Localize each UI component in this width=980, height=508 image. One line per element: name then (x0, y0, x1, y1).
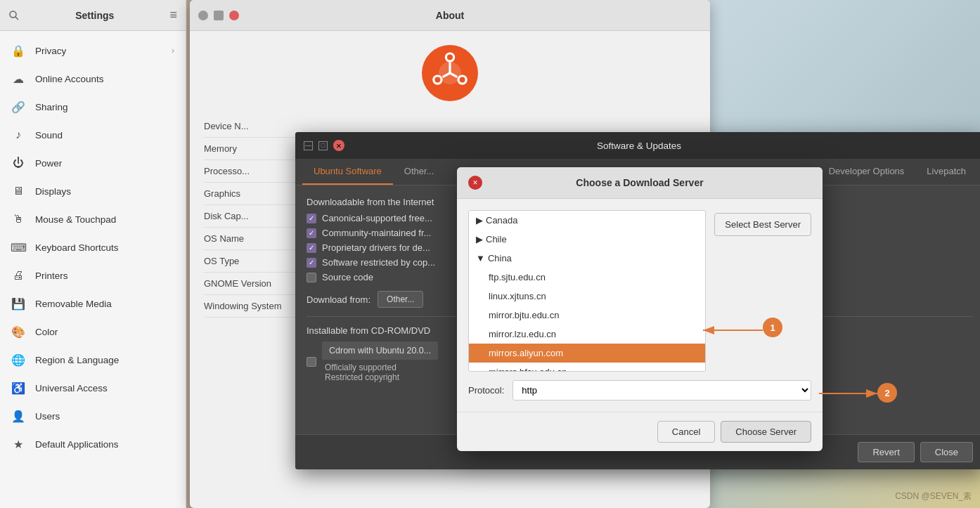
users-icon: 👤 (11, 409, 25, 423)
sw-close-button[interactable]: × (333, 140, 344, 151)
sidebar-item-power[interactable]: ⏻ Power (0, 149, 186, 177)
country-china[interactable]: ▼ China (469, 249, 705, 268)
close-button[interactable] (229, 11, 239, 20)
sharing-label: Sharing (35, 102, 174, 112)
online-accounts-label: Online Accounts (35, 74, 174, 84)
printers-label: Printers (35, 271, 174, 281)
sidebar-item-mouse-touchpad[interactable]: 🖱 Mouse & Touchpad (0, 205, 186, 233)
server-list[interactable]: ▶ Canada ▶ Chile ▼ China ftp.sjtu.edu.cn… (468, 210, 706, 372)
default-applications-label: Default Applications (35, 439, 174, 450)
sidebar-item-sound[interactable]: ♪ Sound (0, 121, 186, 149)
select-best-button[interactable]: Select Best Server (714, 213, 811, 236)
server-linux-xjtuns[interactable]: linux.xjtuns.cn (469, 287, 705, 306)
mouse-touchpad-icon: 🖱 (11, 212, 25, 226)
sw-titlebar: — □ × Software & Updates (295, 132, 980, 159)
cdrom-info: Cdrom with Ubuntu 20.0... Officially sup… (322, 341, 438, 382)
server-ftp-sjtu[interactable]: ftp.sjtu.edu.cn (469, 268, 705, 287)
keyboard-shortcuts-icon: ⌨ (11, 240, 25, 254)
select-best-container: Select Best Server (714, 210, 811, 372)
download-from-button[interactable]: Other... (378, 291, 423, 308)
sidebar-item-sharing[interactable]: 🔗 Sharing (0, 93, 186, 121)
sound-label: Sound (35, 130, 174, 141)
canonical-checkbox[interactable]: ✓ (307, 214, 316, 223)
removable-media-icon: 💾 (11, 297, 25, 311)
sw-minimize-button[interactable]: — (304, 141, 313, 150)
sidebar-item-online-accounts[interactable]: ☁ Online Accounts (0, 65, 186, 93)
software-restricted-label: Software restricted by cop... (322, 257, 435, 268)
default-applications-icon: ★ (11, 437, 25, 451)
ubuntu-logo-icon (422, 45, 478, 101)
cdrom-sub1: Officially supported (322, 363, 438, 372)
source-code-checkbox[interactable] (307, 273, 316, 282)
users-label: Users (35, 411, 174, 422)
protocol-select[interactable]: http https ftp (512, 380, 811, 400)
canada-arrow-icon: ▶ (476, 215, 483, 226)
svg-point-10 (447, 55, 453, 60)
cdrom-sub2: Restricted copyright (322, 372, 438, 382)
country-canada[interactable]: ▶ Canada (469, 211, 705, 230)
about-title: About (239, 10, 661, 21)
settings-title: Settings (28, 10, 161, 21)
software-restricted-checkbox[interactable]: ✓ (307, 258, 316, 268)
sidebar-item-color[interactable]: 🎨 Color (0, 318, 186, 346)
minimize-button[interactable] (198, 11, 208, 20)
svg-point-12 (434, 77, 440, 83)
svg-point-11 (460, 77, 465, 83)
server-mirror-bjtu[interactable]: mirror.bjtu.edu.cn (469, 306, 705, 325)
annotation-2: 2 (877, 383, 897, 403)
tab-ubuntu-software[interactable]: Ubuntu Software (302, 159, 393, 185)
power-icon: ⏻ (11, 156, 25, 170)
privacy-arrow-icon: › (172, 46, 174, 56)
sidebar-item-printers[interactable]: 🖨 Printers (0, 261, 186, 289)
ubuntu-logo-container (190, 31, 710, 108)
keyboard-shortcuts-label: Keyboard Shortcuts (35, 242, 174, 253)
server-list-container: ▶ Canada ▶ Chile ▼ China ftp.sjtu.edu.cn… (468, 210, 811, 372)
server-mirrors-bfsu[interactable]: mirrors.bfsu.edu.cn (469, 363, 705, 372)
sound-icon: ♪ (11, 128, 25, 142)
sidebar-item-removable-media[interactable]: 💾 Removable Media (0, 289, 186, 318)
sidebar-item-region-language[interactable]: 🌐 Region & Language (0, 346, 186, 374)
sharing-icon: 🔗 (11, 100, 25, 114)
universal-access-icon: ♿ (11, 381, 25, 395)
community-checkbox[interactable]: ✓ (307, 228, 316, 238)
china-label: China (488, 253, 512, 263)
tab-other[interactable]: Other... (393, 159, 446, 185)
server-modal-footer: Cancel Choose Server (457, 412, 823, 451)
sidebar-item-keyboard-shortcuts[interactable]: ⌨ Keyboard Shortcuts (0, 233, 186, 261)
protocol-label: Protocol: (468, 385, 504, 396)
tab-livepatch[interactable]: Livepatch (915, 159, 977, 185)
cancel-button[interactable]: Cancel (657, 421, 715, 443)
china-arrow-icon: ▼ (476, 253, 485, 263)
choose-server-button[interactable]: Choose Server (721, 421, 811, 443)
sidebar-item-users[interactable]: 👤 Users (0, 402, 186, 430)
sidebar-item-privacy[interactable]: 🔒 Privacy › (0, 37, 186, 65)
search-icon[interactable] (8, 10, 20, 21)
cdrom-checkbox[interactable] (307, 357, 316, 367)
settings-titlebar: Settings ≡ (0, 0, 186, 31)
sw-close-footer-button[interactable]: Close (920, 442, 973, 462)
chile-arrow-icon: ▶ (476, 234, 483, 245)
region-language-label: Region & Language (35, 355, 174, 365)
color-label: Color (35, 327, 174, 337)
proprietary-checkbox[interactable]: ✓ (307, 243, 316, 253)
cdrom-label: Cdrom with Ubuntu 20.0... (322, 341, 438, 360)
chile-label: Chile (486, 234, 507, 245)
server-modal-close-button[interactable]: × (468, 176, 482, 190)
mouse-touchpad-label: Mouse & Touchpad (35, 214, 174, 225)
menu-icon[interactable]: ≡ (169, 8, 177, 22)
country-chile[interactable]: ▶ Chile (469, 230, 705, 249)
server-modal: × Choose a Download Server ▶ Canada ▶ Ch… (457, 167, 823, 451)
sw-maximize-button[interactable]: □ (318, 141, 328, 150)
sidebar-item-displays[interactable]: 🖥 Displays (0, 177, 186, 205)
server-mirrors-aliyun[interactable]: mirrors.aliyun.com (469, 344, 705, 363)
revert-button[interactable]: Revert (858, 442, 914, 462)
displays-icon: 🖥 (11, 184, 25, 198)
canonical-label: Canonical-supported free... (322, 213, 432, 223)
settings-window: Settings ≡ 🔒 Privacy › ☁ Online Accounts… (0, 0, 186, 508)
tab-developer-options[interactable]: Developer Options (818, 159, 916, 185)
server-mirror-lzu[interactable]: mirror.lzu.edu.cn (469, 325, 705, 344)
maximize-button[interactable] (214, 11, 224, 20)
sidebar-item-default-applications[interactable]: ★ Default Applications (0, 430, 186, 458)
sidebar-item-universal-access[interactable]: ♿ Universal Access (0, 374, 186, 402)
proprietary-label: Proprietary drivers for de... (322, 242, 430, 253)
